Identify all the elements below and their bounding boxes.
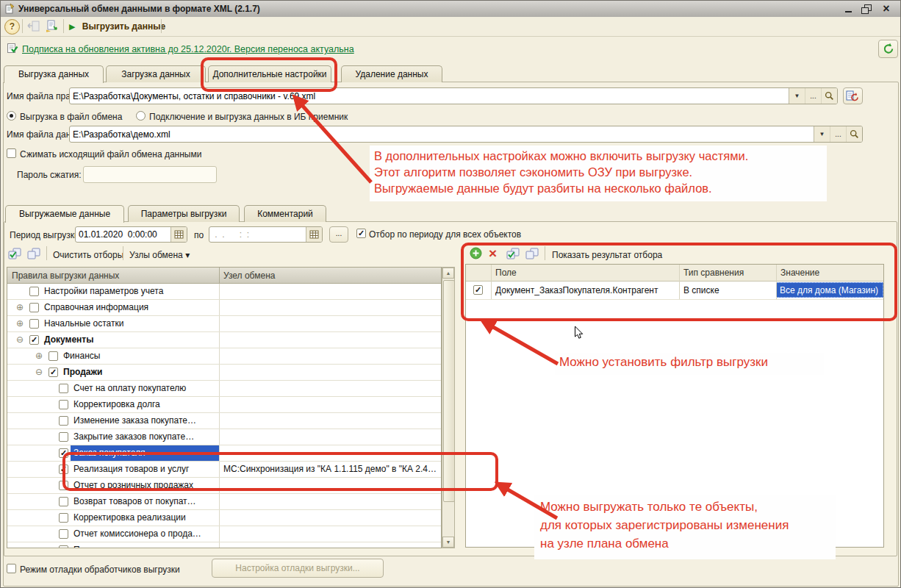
checkbox[interactable] — [29, 303, 39, 312]
tree-row[interactable]: Счет на оплату покупателю — [7, 381, 441, 397]
period-to-field[interactable] — [209, 226, 323, 243]
period-filter-checkbox[interactable]: ✓ — [356, 229, 366, 238]
calendar-button[interactable] — [306, 227, 322, 242]
checkbox[interactable] — [59, 481, 68, 490]
filter-table[interactable]: Поле Тип сравнения Значение ✓ Документ_З… — [465, 264, 884, 548]
column-header-node[interactable]: Узел обмена — [223, 270, 275, 281]
check-all-filters-button[interactable] — [506, 248, 520, 262]
title-bar[interactable]: Универсальный обмен данными в формате XM… — [1, 1, 900, 18]
checkbox[interactable] — [49, 351, 58, 361]
period-more-button[interactable]: ... — [329, 226, 348, 243]
exchange-nodes-button[interactable]: Узлы обмена ▾ — [129, 250, 190, 260]
minimize-button[interactable] — [840, 1, 856, 15]
column-header-value[interactable]: Значение — [780, 268, 819, 278]
export-data-button[interactable]: ▶ Выгрузить данные — [69, 21, 165, 32]
checkbox[interactable] — [29, 319, 39, 329]
check-all-button[interactable] — [8, 248, 22, 262]
checkbox[interactable]: ✓ — [473, 285, 483, 295]
checkbox[interactable] — [29, 287, 39, 296]
delete-filter-button[interactable]: × — [489, 245, 497, 262]
checkbox[interactable]: ✓ — [59, 448, 68, 458]
tree-row[interactable]: ⊖ ✓ Продажи — [7, 365, 441, 381]
help-button[interactable]: ? — [4, 19, 20, 35]
scroll-down-button[interactable]: ▼ — [442, 537, 454, 548]
tab-kommentariy[interactable]: Комментарий — [244, 205, 326, 222]
compress-checkbox[interactable] — [7, 148, 16, 158]
expand-minus-icon[interactable]: ⊖ — [35, 367, 43, 377]
refresh-button[interactable] — [878, 40, 898, 58]
data-browse-button[interactable]: ... — [830, 126, 846, 142]
scroll-up-button[interactable]: ▲ — [442, 268, 454, 279]
tree-row[interactable]: Изменение заказа покупате… — [7, 413, 441, 429]
checkbox[interactable] — [59, 400, 68, 409]
uncheck-all-filters-button[interactable] — [525, 248, 539, 262]
tab-parametry-vygruzki[interactable]: Параметры выгрузки — [128, 205, 240, 222]
tree-row[interactable]: ✓ Реализация товаров и услуг МС:Синхрони… — [7, 462, 441, 478]
data-dropdown-button[interactable]: ▼ — [814, 126, 830, 142]
close-button[interactable]: × — [878, 1, 894, 15]
column-header-field[interactable]: Поле — [495, 268, 517, 278]
tab-vygruzhaemye-dannye[interactable]: Выгружаемые данные — [5, 205, 124, 223]
rules-file-input[interactable] — [70, 88, 789, 104]
expand-plus-icon[interactable]: ⊕ — [16, 318, 24, 329]
checkbox[interactable]: ✓ — [49, 368, 58, 377]
debug-mode-checkbox[interactable] — [7, 564, 16, 573]
load-settings-button[interactable] — [26, 20, 41, 35]
uncheck-all-button[interactable] — [27, 248, 41, 262]
tree-row[interactable]: План продаж — [7, 542, 441, 548]
data-file-field[interactable]: ▼ ... — [69, 126, 863, 143]
tree-row[interactable]: ⊕ Справочная информация — [7, 300, 441, 316]
subscription-link[interactable]: Подписка на обновления активна до 25.12.… — [22, 44, 354, 54]
rules-file-field[interactable]: ▼ ... — [69, 87, 838, 104]
expand-plus-icon[interactable]: ⊕ — [16, 302, 24, 312]
period-to-input[interactable] — [209, 227, 306, 242]
checkbox[interactable]: ✓ — [59, 465, 68, 474]
checkbox[interactable] — [59, 416, 68, 426]
tree-scrollbar[interactable]: ▲ ▼ — [442, 267, 455, 548]
rules-dropdown-button[interactable]: ▼ — [789, 88, 805, 104]
calendar-button[interactable] — [171, 227, 187, 242]
column-header-comparison[interactable]: Тип сравнения — [683, 268, 744, 278]
restore-button[interactable] — [858, 1, 874, 15]
period-from-input[interactable] — [76, 227, 170, 242]
checkbox[interactable] — [59, 432, 68, 442]
data-file-input[interactable] — [70, 126, 814, 142]
tree-row[interactable]: Закрытие заказов покупате… — [7, 429, 441, 445]
checkbox[interactable] — [59, 529, 68, 539]
tree-row[interactable]: ⊕ Финансы — [7, 348, 441, 365]
show-filter-result-button[interactable]: Показать результат отбора — [552, 250, 662, 260]
tab-dopolnitelnye-nastroyki[interactable]: Дополнительные настройки — [208, 65, 331, 82]
checkbox[interactable] — [59, 384, 68, 393]
data-open-button[interactable] — [846, 126, 862, 142]
tree-row[interactable]: Возврат товаров от покупат… — [7, 494, 441, 510]
reload-rules-button[interactable] — [843, 87, 863, 104]
tab-vygruzka-dannyh[interactable]: Выгрузка данных — [4, 65, 104, 83]
tree-row[interactable]: ⊕ Начальные остатки — [7, 316, 441, 332]
checkbox[interactable] — [59, 497, 68, 506]
tree-row-selected[interactable]: ✓ Заказ покупателя — [7, 445, 441, 462]
tab-zagruzka-dannyh[interactable]: Загрузка данных — [106, 65, 206, 82]
expand-minus-icon[interactable]: ⊖ — [16, 334, 24, 345]
checkbox[interactable]: ✓ — [29, 335, 39, 345]
scrollbar-thumb[interactable] — [443, 280, 455, 502]
save-settings-button[interactable] — [45, 20, 60, 35]
clear-filters-button[interactable]: Очистить отборы — [53, 250, 123, 260]
rules-open-button[interactable] — [821, 88, 837, 104]
period-from-field[interactable] — [75, 226, 187, 243]
rules-browse-button[interactable]: ... — [805, 88, 821, 104]
tab-udalenie-dannyh[interactable]: Удаление данных — [341, 65, 442, 82]
radio-connect-ib[interactable] — [136, 111, 146, 121]
tree-row[interactable]: Корректировка долга — [7, 397, 441, 413]
expand-plus-icon[interactable]: ⊕ — [35, 351, 43, 361]
checkbox[interactable] — [59, 545, 68, 548]
tree-row[interactable]: Отчет комиссионера о прода… — [7, 526, 441, 542]
add-filter-button[interactable] — [470, 247, 483, 262]
tree-row[interactable]: Отчет о розничных продажах — [7, 478, 441, 494]
export-rules-tree[interactable]: Правила выгрузки данных Узел обмена Наст… — [7, 267, 442, 548]
tree-row[interactable]: Корректировка реализации — [7, 510, 441, 526]
column-header-rules[interactable]: Правила выгрузки данных — [12, 270, 119, 281]
checkbox[interactable] — [59, 513, 68, 523]
filter-row[interactable]: ✓ Документ_ЗаказПокупателя.Контрагент В … — [466, 282, 883, 300]
tree-row[interactable]: ⊖ ✓ Документы — [7, 332, 441, 348]
tree-row[interactable]: Настройки параметров учета — [7, 284, 441, 300]
